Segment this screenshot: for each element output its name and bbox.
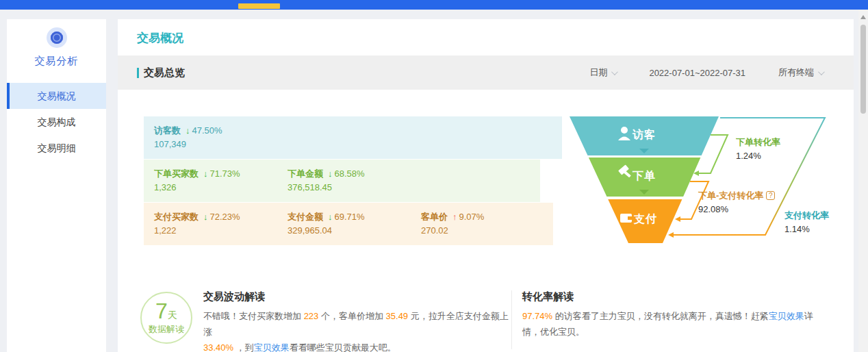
metric-row-teal: 访客数↓47.50%107,349 [144,116,562,159]
section-title: 交易总览 [137,66,185,79]
trend-up-arrow-icon: ↑ [452,212,457,222]
sidebar-item-3[interactable]: 交易明细 [7,135,106,161]
metric-label: 访客数 [154,125,181,136]
funnel-label-payments: 支付 [608,212,683,227]
trend-down-arrow-icon: ↓ [186,125,190,136]
inline-link[interactable]: 宝贝效果 [769,311,804,321]
metric-card: 访客数↓47.50%107,349 [154,124,222,151]
rate-label: 下单转化率 [736,136,780,149]
highlight-value: 223 [304,311,319,321]
metric-value: 376,518.45 [288,181,365,194]
metric-label: 下单金额 [288,168,323,179]
metric-label: 下单买家数 [154,168,199,179]
top-navigation-bar [0,0,868,10]
metric-card: 客单价↑9.07%270.02 [421,210,484,238]
conversion-rate-1: 下单转化率1.24% [736,136,780,163]
transaction-analysis-icon [47,27,67,48]
rate-value: 1.14% [784,223,829,236]
scrollbar[interactable] [858,10,868,352]
sidebar-title: 交易分析 [7,55,106,68]
conversion-funnel-chart: 访客 下单 支付 下单转化率1.24%下单-支付转化率?92.08%支付转化率1… [561,110,843,253]
funnel-label-visitors: 访客 [607,128,682,142]
metric-change-percent: 69.71% [335,212,365,222]
funnel-label-orders: 下单 [607,169,682,184]
fluctuation-insight-title: 交易波动解读 [203,290,265,303]
scrollbar-thumb[interactable] [860,25,866,114]
metric-change-percent: 68.58% [335,168,365,179]
terminal-select[interactable]: 所有终端 [778,66,823,79]
rate-value: 92.08% [698,203,775,216]
metric-change-percent: 47.50% [192,125,222,136]
metric-value: 1,326 [154,181,240,194]
metric-card: 支付金额↓69.71%329,965.04 [288,210,365,238]
trend-down-arrow-icon: ↓ [203,212,208,222]
conversion-rate-3: 支付转化率1.14% [784,209,829,236]
vertical-divider [511,290,512,349]
metric-card: 支付买家数↓72.23%1,222 [154,210,240,238]
highlight-value: 97.74% [522,311,552,321]
rate-value: 1.24% [736,149,780,163]
help-icon[interactable]: ? [766,191,775,200]
page-title: 交易概况 [137,30,183,46]
sidebar-item-1[interactable]: 交易概况 [7,83,106,109]
insights-section: 7天 数据解读 交易波动解读 不错哦！支付买家数增加 223 个，客单价增加 3… [118,289,854,352]
metric-value: 270.02 [421,224,484,238]
metric-change-percent: 71.73% [210,168,240,179]
section-header-bar: 交易总览 日期 2022-07-01~2022-07-31 所有终端 [118,55,854,90]
sidebar-item-2[interactable]: 交易构成 [7,109,106,135]
rate-label: 支付转化率 [784,209,829,223]
metric-row-orange: 支付买家数↓72.23%1,222支付金额↓69.71%329,965.04客单… [144,203,553,245]
inline-link[interactable]: 宝贝效果 [254,342,290,352]
chevron-down-icon [611,68,618,75]
metric-value: 1,222 [154,224,240,238]
metric-card: 下单金额↓68.58%376,518.45 [288,167,365,194]
scrollbar-up-arrow[interactable] [860,15,866,19]
main-content: 交易概况 交易总览 日期 2022-07-01~2022-07-31 所有终端 … [118,19,854,352]
metric-label: 支付买家数 [154,212,199,222]
trend-down-arrow-icon: ↓ [328,212,333,222]
fluctuation-insight-body: 不错哦！支付买家数增加 223 个，客单价增加 35.49 元，拉升全店支付金额… [203,308,513,352]
highlight-value: 33.40% [203,342,233,352]
active-tab-indicator [238,3,280,9]
sidebar: 交易分析 交易概况交易构成交易明细 [7,19,106,352]
section-accent-bar [137,68,139,78]
trend-down-arrow-icon: ↓ [203,168,208,179]
date-filter-dropdown[interactable]: 日期 [589,66,616,79]
metric-card: 下单买家数↓71.73%1,326 [154,167,240,194]
metric-change-percent: 72.23% [210,212,240,222]
metric-value: 329,965.04 [288,224,365,238]
metric-label: 支付金额 [288,212,323,222]
metric-change-percent: 9.07% [459,212,485,222]
conversion-insight-body: 97.74% 的访客看了主力宝贝，没有转化就离开，真遗憾！赶紧宝贝效果详情，优化… [522,308,828,340]
trend-down-arrow-icon: ↓ [328,168,333,179]
chevron-down-icon [818,68,825,75]
metric-label: 客单价 [421,212,448,222]
sidebar-menu: 交易概况交易构成交易明细 [7,83,106,161]
date-range-value[interactable]: 2022-07-01~2022-07-31 [649,68,745,78]
highlight-value: 35.49 [386,311,409,321]
metric-value: 107,349 [154,138,222,151]
conversion-rate-2: 下单-支付转化率?92.08% [698,189,775,216]
metric-row-green: 下单买家数↓71.73%1,326下单金额↓68.58%376,518.45 [144,160,540,202]
seven-day-badge: 7天 数据解读 [140,292,192,344]
arrow-left-icon [668,232,674,238]
rate-label: 下单-支付转化率? [698,189,775,203]
conversion-insight-title: 转化率解读 [522,290,574,303]
